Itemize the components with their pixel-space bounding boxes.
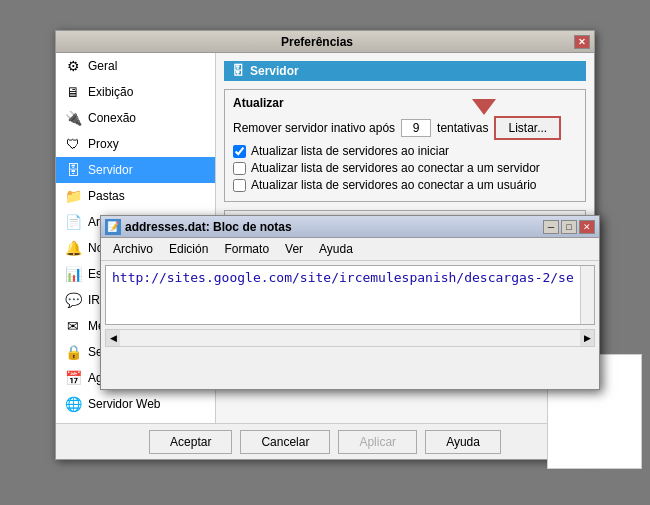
tentativas-label: tentativas xyxy=(437,121,488,135)
title-controls: ✕ xyxy=(574,35,590,49)
checkbox-row-1: Atualizar lista de servidores ao iniciar xyxy=(233,144,577,158)
checkbox-1[interactable] xyxy=(233,145,246,158)
menu-edicion[interactable]: Edición xyxy=(161,240,216,258)
menu-ver[interactable]: Ver xyxy=(277,240,311,258)
close-button[interactable]: ✕ xyxy=(574,35,590,49)
sidebar-item-servidorweb[interactable]: 🌐 Servidor Web xyxy=(56,391,215,417)
notepad-scrollbar-vertical[interactable] xyxy=(580,266,594,324)
irc-icon: 💬 xyxy=(64,291,82,309)
arrow-indicator xyxy=(472,99,496,115)
sidebar-item-config[interactable]: ⚙ Configurações Ava... xyxy=(56,417,215,423)
scroll-right-button[interactable]: ▶ xyxy=(580,330,594,346)
notepad-app-icon: 📝 xyxy=(105,219,121,235)
pastas-icon: 📁 xyxy=(64,187,82,205)
tentativas-input[interactable] xyxy=(401,119,431,137)
checkbox-row-2: Atualizar lista de servidores ao conecta… xyxy=(233,161,577,175)
exibicao-icon: 🖥 xyxy=(64,83,82,101)
sidebar-label-servidor: Servidor xyxy=(88,163,133,177)
notepad-close-button[interactable]: ✕ xyxy=(579,220,595,234)
sidebar-label-servidorweb: Servidor Web xyxy=(88,397,160,411)
cancelar-button[interactable]: Cancelar xyxy=(240,430,330,454)
sidebar-item-pastas[interactable]: 📁 Pastas xyxy=(56,183,215,209)
section-title-text: Servidor xyxy=(250,64,299,78)
update-group-title: Atualizar xyxy=(233,96,577,110)
aceptar-button[interactable]: Aceptar xyxy=(149,430,232,454)
menu-ayuda[interactable]: Ayuda xyxy=(311,240,361,258)
conexao-icon: 🔌 xyxy=(64,109,82,127)
sidebar-label-exibicao: Exibição xyxy=(88,85,133,99)
bottom-bar: Aceptar Cancelar Aplicar Ayuda xyxy=(56,423,594,459)
sidebar-label-conexao: Conexão xyxy=(88,111,136,125)
notepad-content-area: http://sites.google.com/site/ircemulespa… xyxy=(105,265,595,325)
aplicar-button[interactable]: Aplicar xyxy=(338,430,417,454)
checkbox-3[interactable] xyxy=(233,179,246,192)
arquivos-icon: 📄 xyxy=(64,213,82,231)
servidor-icon: 🗄 xyxy=(64,161,82,179)
window-title: Preferências xyxy=(60,35,574,49)
checkbox-1-label: Atualizar lista de servidores ao iniciar xyxy=(251,144,449,158)
sidebar-label-geral: Geral xyxy=(88,59,117,73)
notepad-scrollbar-horizontal: ◀ ▶ xyxy=(105,329,595,347)
scroll-left-button[interactable]: ◀ xyxy=(106,330,120,346)
sidebar-item-exibicao[interactable]: 🖥 Exibição xyxy=(56,79,215,105)
h-scrollbar-track[interactable] xyxy=(120,330,580,346)
checkbox-row-3: Atualizar lista de servidores ao conecta… xyxy=(233,178,577,192)
proxy-icon: 🛡 xyxy=(64,135,82,153)
geral-icon: ⚙ xyxy=(64,57,82,75)
menu-formato[interactable]: Formato xyxy=(216,240,277,258)
notificacoes-icon: 🔔 xyxy=(64,239,82,257)
ayuda-button[interactable]: Ayuda xyxy=(425,430,501,454)
notepad-maximize-button[interactable]: □ xyxy=(561,220,577,234)
notepad-url-text[interactable]: http://sites.google.com/site/ircemulespa… xyxy=(106,266,594,289)
sidebar-item-geral[interactable]: ⚙ Geral xyxy=(56,53,215,79)
notepad-title: addresses.dat: Bloc de notas xyxy=(125,220,543,234)
sidebar-item-proxy[interactable]: 🛡 Proxy xyxy=(56,131,215,157)
sidebar-item-servidor[interactable]: 🗄 Servidor xyxy=(56,157,215,183)
notepad-controls: ─ □ ✕ xyxy=(543,220,595,234)
title-bar: Preferências ✕ xyxy=(56,31,594,53)
mensagens-icon: ✉ xyxy=(64,317,82,335)
menu-archivo[interactable]: Archivo xyxy=(105,240,161,258)
remove-inactive-row: Remover servidor inativo após tentativas… xyxy=(233,116,577,140)
sidebar-label-pastas: Pastas xyxy=(88,189,125,203)
section-icon: 🗄 xyxy=(232,64,244,78)
sidebar-item-conexao[interactable]: 🔌 Conexão xyxy=(56,105,215,131)
servidorweb-icon: 🌐 xyxy=(64,395,82,413)
sidebar-label-proxy: Proxy xyxy=(88,137,119,151)
seguranca-icon: 🔒 xyxy=(64,343,82,361)
notepad-menu-bar: Archivo Edición Formato Ver Ayuda xyxy=(101,238,599,261)
listar-button[interactable]: Listar... xyxy=(494,116,561,140)
config-icon: ⚙ xyxy=(64,421,82,423)
notepad-window: 📝 addresses.dat: Bloc de notas ─ □ ✕ Arc… xyxy=(100,215,600,390)
notepad-title-bar: 📝 addresses.dat: Bloc de notas ─ □ ✕ xyxy=(101,216,599,238)
notepad-minimize-button[interactable]: ─ xyxy=(543,220,559,234)
update-group: Atualizar Remover servidor inativo após … xyxy=(224,89,586,202)
estatisticas-icon: 📊 xyxy=(64,265,82,283)
remove-label: Remover servidor inativo após xyxy=(233,121,395,135)
checkbox-3-label: Atualizar lista de servidores ao conecta… xyxy=(251,178,536,192)
section-title: 🗄 Servidor xyxy=(224,61,586,81)
checkbox-2[interactable] xyxy=(233,162,246,175)
agendador-icon: 📅 xyxy=(64,369,82,387)
checkbox-2-label: Atualizar lista de servidores ao conecta… xyxy=(251,161,540,175)
